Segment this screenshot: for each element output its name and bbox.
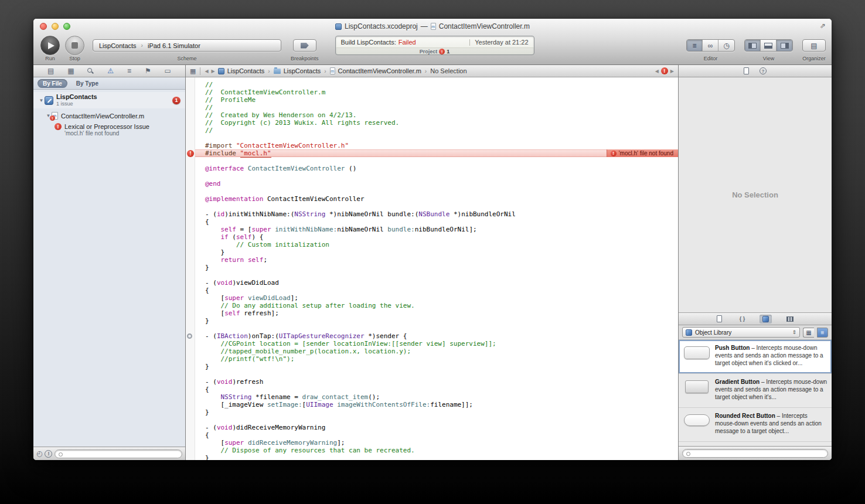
crumb-project[interactable]: LispContacts	[227, 67, 265, 74]
code-line[interactable]: - (IBAction)onTap:(UITapGestureRecognize…	[195, 332, 678, 340]
source-editor[interactable]: ! //// ContactItemViewController.m// Pro…	[186, 77, 678, 460]
code-line[interactable]: if (self) {	[195, 233, 678, 241]
library-item[interactable]: Rounded Rect Button – Intercepts mouse-d…	[679, 408, 832, 442]
library-item[interactable]: Rounded Textured Button – Intercepts mou…	[679, 442, 832, 446]
disclosure-triangle-icon[interactable]: ▼	[38, 98, 45, 103]
fullscreen-icon[interactable]: ⇗	[820, 22, 826, 30]
toggle-debug-area-button[interactable]	[761, 40, 777, 51]
code-line[interactable]: }	[195, 248, 678, 256]
search-navigator-icon[interactable]	[87, 68, 94, 74]
file-row[interactable]: ▼ m! ContactItemViewController.m	[33, 111, 185, 121]
code-line[interactable]: // ProfileMe	[195, 96, 678, 104]
code-line[interactable]	[195, 172, 678, 180]
file-template-library-tab[interactable]	[714, 315, 725, 323]
organizer-button[interactable]: ▤	[802, 39, 826, 52]
editor-gutter[interactable]: !	[186, 77, 195, 460]
object-library-tab[interactable]	[760, 315, 772, 323]
code-line[interactable]: @interface ContactItemViewController ()	[195, 165, 678, 172]
code-line[interactable]	[195, 188, 678, 195]
minimize-button[interactable]	[52, 23, 59, 30]
grid-view-button[interactable]: ▦	[803, 328, 814, 338]
code-line[interactable]: NSString *filename = draw_contact_item()…	[195, 393, 678, 401]
activity-viewer[interactable]: Build LispContacts: Failed Yesterday at …	[335, 36, 534, 55]
breakpoints-button[interactable]	[293, 39, 316, 52]
titlebar[interactable]: LispContacts.xcodeproj — m ContactItemVi…	[33, 19, 832, 34]
previous-issue-button[interactable]: ◀	[655, 69, 659, 74]
inline-error-banner[interactable]: !'mocl.h' file not found	[607, 149, 678, 157]
code-line[interactable]: // Copyright (c) 2013 Wukix. All rights …	[195, 119, 678, 127]
code-line[interactable]: //CGPoint location = [sender locationInV…	[195, 340, 678, 348]
code-line[interactable]	[195, 370, 678, 378]
code-line[interactable]: }	[195, 408, 678, 416]
crumb-selection[interactable]: No Selection	[430, 67, 466, 74]
forward-button[interactable]: ▶	[212, 69, 215, 74]
code-line[interactable]: {	[195, 431, 678, 439]
zoom-button[interactable]	[63, 23, 70, 30]
code-snippet-library-tab[interactable]: { }	[737, 315, 748, 323]
code-line[interactable]	[195, 325, 678, 332]
scope-by-file[interactable]: By File	[38, 79, 67, 88]
code-line[interactable]: self = [super initWithNibName:nibNameOrN…	[195, 226, 678, 233]
code-line[interactable]: // Custom initialization	[195, 241, 678, 248]
breakpoint-navigator-icon[interactable]: ⚑	[145, 67, 151, 74]
code-line[interactable]	[195, 203, 678, 210]
code-line[interactable]: - (id)initWithNibName:(NSString *)nibNam…	[195, 210, 678, 218]
code-line[interactable]: {	[195, 287, 678, 294]
symbol-navigator-icon[interactable]: ▦	[67, 67, 74, 74]
list-view-button[interactable]: ≡	[817, 328, 828, 338]
crumb-file[interactable]: ContactItemViewController.m	[338, 67, 421, 74]
assistant-editor-button[interactable]: ∞	[703, 40, 718, 51]
toggle-utilities-button[interactable]	[777, 40, 792, 51]
stop-button[interactable]	[65, 36, 84, 55]
code-line[interactable]	[195, 134, 678, 142]
code-line[interactable]: }	[195, 264, 678, 271]
library-item[interactable]: Push Button – Intercepts mouse-down even…	[679, 340, 832, 374]
code-line[interactable]: @end	[195, 180, 678, 188]
code-line[interactable]	[195, 157, 678, 165]
issue-row[interactable]: ! Lexical or Preprocessor Issue 'mocl.h'…	[33, 123, 185, 137]
library-item[interactable]: Gradient Button – Intercepts mouse-down …	[679, 374, 832, 408]
code-line[interactable]: //	[195, 81, 678, 88]
toggle-navigator-button[interactable]	[745, 40, 761, 51]
code-line[interactable]: {	[195, 218, 678, 226]
code-line[interactable]: }	[195, 454, 678, 460]
code-line[interactable]: {	[195, 386, 678, 393]
code-line[interactable]: - (void)didReceiveMemoryWarning	[195, 424, 678, 431]
code-line[interactable]: // ContactItemViewController.m	[195, 88, 678, 96]
code-line[interactable]: return self;	[195, 256, 678, 264]
code-line[interactable]: //	[195, 104, 678, 111]
code-line[interactable]: [super viewDidLoad];	[195, 294, 678, 302]
code-line[interactable]	[195, 271, 678, 279]
scheme-selector[interactable]: LispContacts › iPad 6.1 Simulator	[93, 39, 281, 52]
code-line[interactable]: // Dispose of any resources that can be …	[195, 447, 678, 454]
code-line[interactable]: //tapped_mobile_number_p(location.x, loc…	[195, 348, 678, 355]
run-button[interactable]	[40, 36, 60, 55]
code-line[interactable]: - (void)refresh	[195, 378, 678, 386]
code-line[interactable]: //	[195, 127, 678, 134]
code-line[interactable]: - (void)viewDidLoad	[195, 279, 678, 287]
standard-editor-button[interactable]: ≡	[687, 40, 703, 51]
code-line[interactable]: [self refresh];	[195, 309, 678, 317]
navigator-filter-field[interactable]	[55, 449, 182, 458]
code-line[interactable]: }	[195, 317, 678, 325]
ibaction-connection-well-icon[interactable]	[187, 333, 192, 339]
next-issue-button[interactable]: ▶	[670, 69, 674, 74]
code-line[interactable]: //printf("wtf!\n");	[195, 355, 678, 363]
gutter-error-icon[interactable]: !	[187, 150, 194, 157]
code-line[interactable]: // Created by Wes Henderson on 4/2/13.	[195, 111, 678, 119]
library-search-field[interactable]	[682, 449, 828, 458]
code-line[interactable]: // Do any additional setup after loading…	[195, 302, 678, 309]
back-button[interactable]: ◀	[205, 69, 208, 74]
errors-only-filter-icon[interactable]: !	[45, 450, 52, 458]
quick-help-tab-icon[interactable]: ?	[760, 67, 767, 74]
version-editor-button[interactable]: ◷	[718, 40, 734, 51]
debug-navigator-icon[interactable]: ≡	[127, 67, 131, 74]
library-popup[interactable]: Object Library ⇕	[682, 327, 800, 338]
file-inspector-tab-icon[interactable]	[744, 67, 749, 74]
project-navigator-icon[interactable]: ▤	[47, 67, 54, 74]
code-line[interactable]	[195, 416, 678, 424]
media-library-tab[interactable]	[784, 315, 796, 323]
code-line[interactable]: #import "ContactItemViewController.h"	[195, 142, 678, 149]
code-line[interactable]: #include "mocl.h"!'mocl.h' file not foun…	[195, 149, 678, 157]
code-line[interactable]: [super didReceiveMemoryWarning];	[195, 439, 678, 447]
